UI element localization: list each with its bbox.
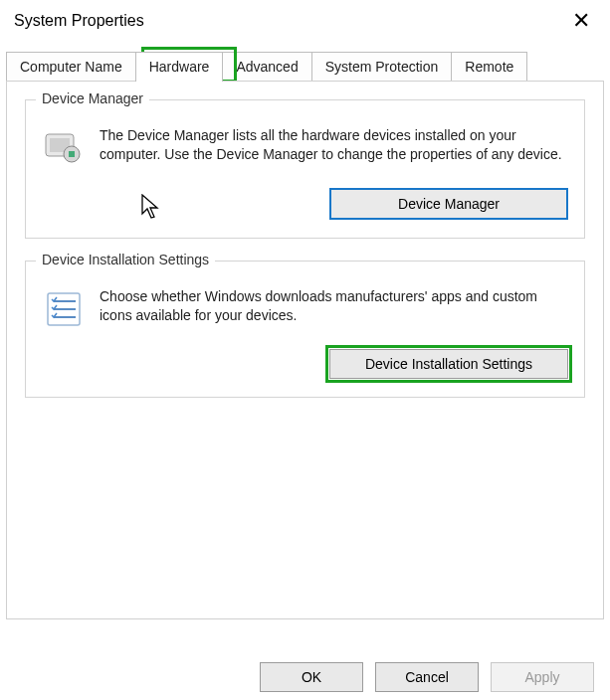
title-bar: System Properties ✕ bbox=[0, 0, 610, 38]
close-icon: ✕ bbox=[572, 8, 590, 33]
group-legend-device-install: Device Installation Settings bbox=[36, 252, 215, 267]
tab-advanced[interactable]: Advanced bbox=[222, 52, 311, 82]
device-installation-settings-button[interactable]: Device Installation Settings bbox=[329, 349, 568, 379]
apply-button: Apply bbox=[491, 662, 594, 692]
close-button[interactable]: ✕ bbox=[562, 8, 600, 34]
tabstrip: Computer Name Hardware Advanced System P… bbox=[6, 52, 604, 82]
window-title: System Properties bbox=[14, 12, 144, 30]
tab-panel-hardware: Device Manager The Device Manager lists … bbox=[6, 81, 604, 619]
device-manager-icon bbox=[42, 126, 86, 170]
ok-button[interactable]: OK bbox=[260, 662, 363, 692]
device-manager-button[interactable]: Device Manager bbox=[329, 188, 568, 220]
groupbox-device-manager: Device Manager The Device Manager lists … bbox=[25, 99, 585, 239]
svg-rect-3 bbox=[69, 151, 75, 157]
tab-remote[interactable]: Remote bbox=[451, 52, 527, 82]
tab-computer-name[interactable]: Computer Name bbox=[6, 52, 136, 82]
cancel-button[interactable]: Cancel bbox=[375, 662, 479, 692]
dialog-button-row: OK Cancel Apply bbox=[260, 662, 594, 692]
device-install-icon bbox=[42, 287, 86, 331]
groupbox-device-install: Device Installation Settings Choose whet… bbox=[25, 261, 585, 398]
group-legend-device-manager: Device Manager bbox=[36, 90, 149, 106]
device-install-description: Choose whether Windows downloads manufac… bbox=[100, 287, 568, 325]
device-manager-description: The Device Manager lists all the hardwar… bbox=[100, 126, 568, 164]
tab-system-protection[interactable]: System Protection bbox=[311, 52, 453, 82]
tab-hardware[interactable]: Hardware bbox=[135, 52, 224, 82]
